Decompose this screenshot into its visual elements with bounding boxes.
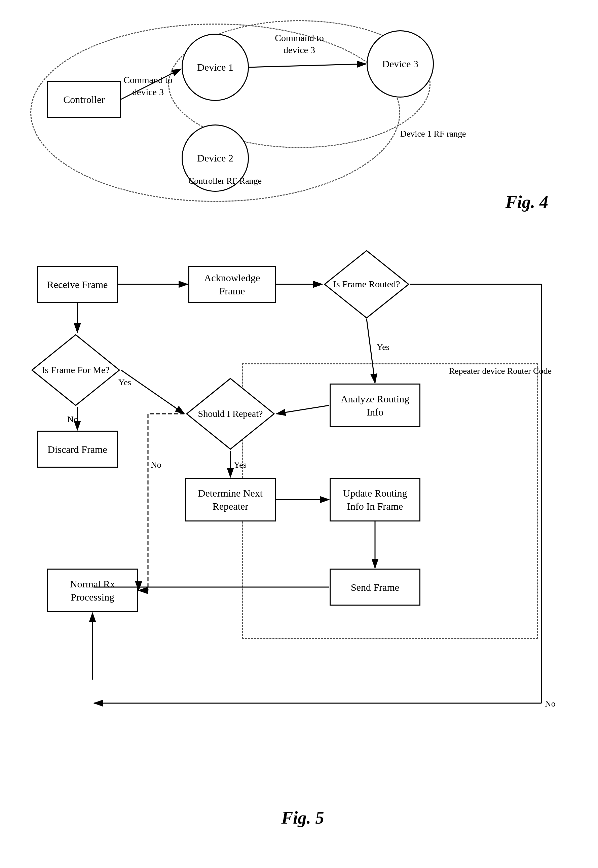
label-cmd-d3-ctrl: Command to device 3 bbox=[118, 74, 178, 99]
device1-circle: Device 1 bbox=[182, 34, 249, 101]
repeater-label: Repeater device Router Code bbox=[449, 365, 552, 377]
discard-frame-box: Discard Frame bbox=[37, 431, 118, 468]
fig5-diagram: Repeater device Router Code Receive Fram… bbox=[20, 232, 585, 838]
svg-text:No: No bbox=[151, 460, 161, 470]
should-i-repeat-diamond: Should I Repeat? bbox=[185, 377, 276, 451]
page: Controller Device 1 Device 2 Device 3 Co… bbox=[0, 0, 598, 868]
controller-box: Controller bbox=[47, 81, 121, 118]
svg-text:No: No bbox=[545, 699, 556, 709]
normal-rx-processing-box: Normal Rx Processing bbox=[47, 569, 138, 612]
label-d1-rf: Device 1 RF range bbox=[400, 128, 466, 140]
label-ctrl-rf: Controller RF Range bbox=[188, 175, 262, 187]
determine-next-repeater-box: Determine Next Repeater bbox=[185, 478, 276, 521]
send-frame-box: Send Frame bbox=[330, 569, 420, 606]
analyze-routing-info-box: Analyze Routing Info bbox=[330, 383, 420, 427]
fig4-label: Fig. 4 bbox=[505, 192, 548, 212]
device3-circle: Device 3 bbox=[366, 30, 434, 97]
svg-line-13 bbox=[121, 370, 184, 414]
is-frame-routed-diamond: Is Frame Routed? bbox=[323, 249, 410, 320]
is-frame-for-me-diamond: Is Frame For Me? bbox=[30, 333, 121, 407]
receive-frame-box: Receive Frame bbox=[37, 266, 118, 303]
svg-text:No: No bbox=[67, 415, 78, 424]
label-cmd-d3-top: Command to device 3 bbox=[262, 32, 336, 57]
fig4-diagram: Controller Device 1 Device 2 Device 3 Co… bbox=[20, 13, 575, 216]
svg-text:Yes: Yes bbox=[377, 342, 389, 352]
fig5-label: Fig. 5 bbox=[281, 808, 324, 828]
acknowledge-frame-box: Acknowledge Frame bbox=[188, 266, 276, 303]
update-routing-info-box: Update Routing Info In Frame bbox=[330, 478, 420, 521]
